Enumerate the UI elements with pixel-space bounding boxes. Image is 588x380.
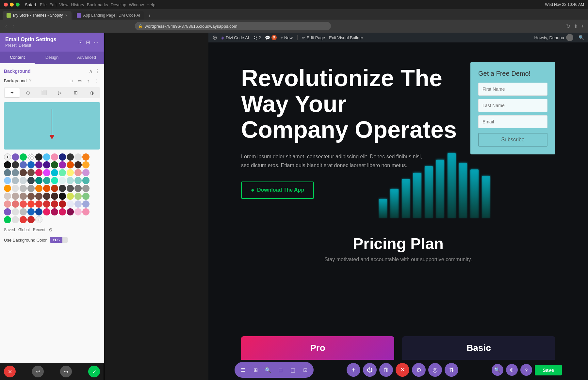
swatch-r2-1[interactable] bbox=[4, 161, 11, 168]
toolbar-layout-btn[interactable]: ◻ bbox=[274, 364, 286, 376]
menu-edit[interactable]: Edit bbox=[49, 2, 57, 7]
global-tab[interactable]: Global bbox=[18, 228, 30, 232]
swatch-r4-7[interactable] bbox=[51, 177, 58, 184]
wp-comments[interactable]: 💬 0 bbox=[265, 35, 277, 40]
swatch-r8-3[interactable] bbox=[20, 208, 27, 215]
swatch-r5-2[interactable] bbox=[12, 185, 19, 192]
bg-mobile-icon[interactable]: ↑ bbox=[85, 77, 91, 84]
swatch-r5-5[interactable] bbox=[35, 185, 42, 192]
email-input[interactable] bbox=[478, 115, 547, 128]
forward-btn[interactable]: › bbox=[11, 23, 16, 30]
swatch-r5-3[interactable] bbox=[20, 185, 27, 192]
swatch-r3-10[interactable] bbox=[74, 169, 82, 176]
swatch-r4-11[interactable] bbox=[82, 177, 90, 184]
toolbar-trash-btn[interactable]: 🗑 bbox=[379, 363, 393, 377]
swatch-r7-2[interactable] bbox=[12, 200, 19, 208]
swatch-darkblue[interactable] bbox=[59, 153, 66, 161]
settings-gear-icon[interactable]: ⚙ bbox=[49, 227, 53, 232]
swatch-r6-5[interactable] bbox=[35, 193, 42, 200]
swatch-r3-2[interactable] bbox=[12, 169, 19, 176]
wp-links[interactable]: ⛓ 2 bbox=[253, 35, 261, 40]
swatch-r7-8[interactable] bbox=[59, 200, 66, 208]
toolbar-layers-btn[interactable]: ⇅ bbox=[445, 363, 458, 377]
reload-btn[interactable]: ↻ bbox=[566, 23, 570, 29]
swatch-r4-6[interactable] bbox=[43, 177, 50, 184]
eyedropper-btn[interactable]: ✦ bbox=[4, 153, 11, 161]
save-btn[interactable]: Save bbox=[535, 365, 562, 375]
toolbar-more-btn[interactable]: ⊡ bbox=[299, 364, 311, 376]
swatch-r4-5[interactable] bbox=[35, 177, 42, 184]
bg-type-solid[interactable]: ✦ bbox=[5, 88, 20, 97]
search-btn[interactable]: 🔍 bbox=[579, 35, 584, 40]
toolbar-power-btn[interactable]: ⏻ bbox=[363, 363, 377, 377]
tab-design[interactable]: Design bbox=[35, 52, 69, 64]
sidebar-undo-btn[interactable]: ↩ bbox=[32, 366, 44, 377]
bg-type-mask[interactable]: ◑ bbox=[84, 88, 99, 97]
toolbar-zoom-btn[interactable]: 🔍 bbox=[492, 364, 503, 376]
swatch-r6-4[interactable] bbox=[27, 193, 35, 200]
swatch-r5-4[interactable] bbox=[27, 185, 35, 192]
first-name-input[interactable] bbox=[478, 83, 547, 96]
use-bg-toggle[interactable]: YES bbox=[50, 237, 68, 243]
bg-tablet-icon[interactable]: ▭ bbox=[76, 77, 83, 84]
sidebar-confirm-btn[interactable]: ✓ bbox=[88, 366, 100, 377]
swatch-pink[interactable] bbox=[51, 153, 58, 161]
swatch-r5-7[interactable] bbox=[51, 185, 58, 192]
swatch-r9-1[interactable] bbox=[4, 216, 11, 223]
swatch-r7-1[interactable] bbox=[4, 200, 11, 208]
swatch-r8-8[interactable] bbox=[59, 208, 66, 215]
swatch-r4-9[interactable] bbox=[67, 177, 74, 184]
swatch-r4-1[interactable] bbox=[4, 177, 11, 184]
toolbar-responsive-btn[interactable]: ⊕ bbox=[506, 364, 518, 376]
menu-help[interactable]: Help bbox=[147, 2, 155, 7]
swatch-r5-8[interactable] bbox=[59, 185, 66, 192]
swatch-r4-3[interactable] bbox=[20, 177, 27, 184]
toolbar-hamburger-btn[interactable]: ☰ bbox=[237, 364, 249, 376]
swatch-r7-9[interactable] bbox=[67, 200, 74, 208]
swatch-r5-11[interactable] bbox=[82, 185, 90, 192]
shopify-tab-close[interactable]: ✕ bbox=[65, 14, 68, 17]
swatch-r7-10[interactable] bbox=[74, 200, 82, 208]
swatch-r6-1[interactable] bbox=[4, 193, 11, 200]
wp-divi-code-ai[interactable]: ◈ Divi Code AI bbox=[221, 35, 249, 40]
swatch-r8-1[interactable] bbox=[4, 208, 11, 215]
bg-help-icon[interactable]: ? bbox=[29, 78, 31, 83]
swatch-r2-11[interactable] bbox=[82, 161, 90, 168]
sidebar-close-btn[interactable]: ✕ bbox=[4, 366, 16, 377]
toggle-no[interactable] bbox=[62, 237, 68, 243]
swatch-r4-4[interactable] bbox=[27, 177, 35, 184]
swatch-r7-6[interactable] bbox=[43, 200, 50, 208]
swatch-r5-6[interactable] bbox=[43, 185, 50, 192]
swatch-r7-5[interactable] bbox=[35, 200, 42, 208]
tab-content[interactable]: Content bbox=[0, 52, 35, 64]
menu-file[interactable]: File bbox=[40, 2, 47, 7]
settings-icon[interactable]: ⊡ bbox=[78, 39, 83, 45]
back-btn[interactable]: ‹ bbox=[4, 23, 8, 30]
swatch-r9-2[interactable] bbox=[12, 216, 19, 223]
section-collapse-btn[interactable]: ∧ bbox=[89, 68, 93, 74]
swatch-r2-3[interactable] bbox=[20, 161, 27, 168]
maximize-window-btn[interactable] bbox=[16, 3, 20, 7]
swatch-r8-6[interactable] bbox=[43, 208, 50, 215]
swatch-r3-3[interactable] bbox=[20, 169, 27, 176]
swatch-r6-2[interactable] bbox=[12, 193, 19, 200]
columns-icon[interactable]: ⊞ bbox=[86, 39, 90, 45]
close-window-btn[interactable] bbox=[4, 3, 8, 7]
bg-type-pattern[interactable]: ⊞ bbox=[69, 88, 83, 97]
swatch-r2-4[interactable] bbox=[27, 161, 35, 168]
swatch-r8-5[interactable] bbox=[35, 208, 42, 215]
wp-logo[interactable]: ⊕ bbox=[212, 34, 217, 41]
swatch-orange1[interactable] bbox=[82, 153, 90, 161]
swatch-r3-1[interactable] bbox=[4, 169, 11, 176]
swatch-r5-9[interactable] bbox=[67, 185, 74, 192]
swatch-r3-7[interactable] bbox=[51, 169, 58, 176]
color-preview-box[interactable] bbox=[4, 102, 100, 150]
url-bar[interactable]: 🔒 wordpress-784896-3788616.cloudwaysapps… bbox=[135, 22, 331, 30]
swatch-r6-3[interactable] bbox=[20, 193, 27, 200]
swatch-r2-8[interactable] bbox=[59, 161, 66, 168]
toolbar-help-btn[interactable]: ? bbox=[520, 364, 532, 376]
download-app-btn[interactable]: ● Download The App bbox=[241, 182, 314, 199]
subscribe-btn[interactable]: Subscribe bbox=[478, 133, 547, 147]
new-window-btn[interactable]: + bbox=[581, 23, 584, 29]
swatch-lightgray1[interactable] bbox=[74, 153, 82, 161]
